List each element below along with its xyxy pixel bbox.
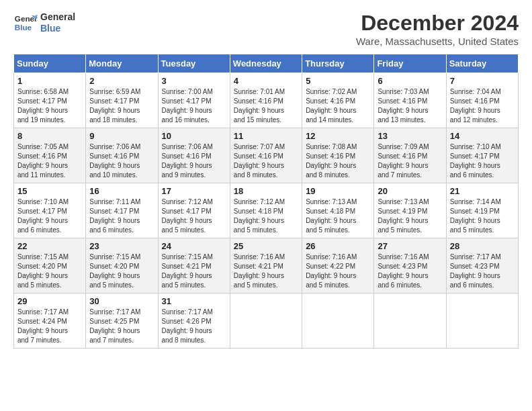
day-number: 27 xyxy=(378,241,442,251)
calendar-cell: 27Sunrise: 7:16 AM Sunset: 4:23 PM Dayli… xyxy=(374,238,446,293)
day-info: Sunrise: 7:16 AM Sunset: 4:23 PM Dayligh… xyxy=(378,253,442,290)
calendar-cell: 10Sunrise: 7:06 AM Sunset: 4:16 PM Dayli… xyxy=(158,128,230,183)
day-number: 13 xyxy=(378,131,442,141)
day-info: Sunrise: 7:12 AM Sunset: 4:17 PM Dayligh… xyxy=(162,197,226,235)
day-info: Sunrise: 7:09 AM Sunset: 4:16 PM Dayligh… xyxy=(378,142,442,180)
calendar-cell: 12Sunrise: 7:08 AM Sunset: 4:16 PM Dayli… xyxy=(302,128,374,183)
calendar-cell: 22Sunrise: 7:15 AM Sunset: 4:20 PM Dayli… xyxy=(14,238,86,293)
day-number: 28 xyxy=(450,241,515,251)
page-header: General Blue General Blue December 2024 … xyxy=(13,11,519,47)
day-number: 6 xyxy=(378,76,442,86)
day-number: 14 xyxy=(450,131,515,141)
calendar-cell: 24Sunrise: 7:15 AM Sunset: 4:21 PM Dayli… xyxy=(158,238,230,293)
day-number: 7 xyxy=(450,76,515,86)
day-info: Sunrise: 7:08 AM Sunset: 4:16 PM Dayligh… xyxy=(306,142,370,180)
calendar-cell: 21Sunrise: 7:14 AM Sunset: 4:19 PM Dayli… xyxy=(446,183,518,238)
calendar-cell: 11Sunrise: 7:07 AM Sunset: 4:16 PM Dayli… xyxy=(230,128,302,183)
calendar-cell: 9Sunrise: 7:06 AM Sunset: 4:16 PM Daylig… xyxy=(86,128,158,183)
calendar-week-row: 15Sunrise: 7:10 AM Sunset: 4:17 PM Dayli… xyxy=(14,183,519,238)
day-info: Sunrise: 7:07 AM Sunset: 4:16 PM Dayligh… xyxy=(234,142,298,180)
calendar-cell: 13Sunrise: 7:09 AM Sunset: 4:16 PM Dayli… xyxy=(374,128,446,183)
calendar-cell: 25Sunrise: 7:16 AM Sunset: 4:21 PM Dayli… xyxy=(230,238,302,293)
calendar-table: SundayMondayTuesdayWednesdayThursdayFrid… xyxy=(13,54,519,349)
logo-icon: General Blue xyxy=(13,11,38,35)
day-number: 17 xyxy=(162,186,226,196)
calendar-cell: 3Sunrise: 7:00 AM Sunset: 4:17 PM Daylig… xyxy=(158,73,230,128)
day-number: 23 xyxy=(89,241,154,251)
main-title: December 2024 xyxy=(356,11,519,36)
day-number: 18 xyxy=(234,186,298,196)
day-number: 2 xyxy=(89,76,154,86)
calendar-cell: 2Sunrise: 6:59 AM Sunset: 4:17 PM Daylig… xyxy=(86,73,158,128)
calendar-cell: 18Sunrise: 7:12 AM Sunset: 4:18 PM Dayli… xyxy=(230,183,302,238)
day-info: Sunrise: 7:06 AM Sunset: 4:16 PM Dayligh… xyxy=(89,142,154,180)
day-info: Sunrise: 7:11 AM Sunset: 4:17 PM Dayligh… xyxy=(89,197,154,235)
calendar-cell xyxy=(374,293,446,349)
day-number: 25 xyxy=(234,241,298,251)
calendar-week-row: 1Sunrise: 6:58 AM Sunset: 4:17 PM Daylig… xyxy=(14,73,519,128)
day-number: 31 xyxy=(162,296,226,306)
day-number: 4 xyxy=(234,76,298,86)
calendar-header-row: SundayMondayTuesdayWednesdayThursdayFrid… xyxy=(14,54,519,73)
calendar-cell: 26Sunrise: 7:16 AM Sunset: 4:22 PM Dayli… xyxy=(302,238,374,293)
day-number: 26 xyxy=(306,241,370,251)
day-info: Sunrise: 7:17 AM Sunset: 4:23 PM Dayligh… xyxy=(450,253,515,290)
day-info: Sunrise: 7:02 AM Sunset: 4:16 PM Dayligh… xyxy=(306,87,370,125)
weekday-header: Saturday xyxy=(446,54,518,73)
day-number: 29 xyxy=(17,296,82,306)
calendar-cell xyxy=(230,293,302,349)
logo-text: General Blue xyxy=(40,11,75,34)
calendar-cell: 23Sunrise: 7:15 AM Sunset: 4:20 PM Dayli… xyxy=(86,238,158,293)
day-info: Sunrise: 6:58 AM Sunset: 4:17 PM Dayligh… xyxy=(17,87,82,125)
day-info: Sunrise: 7:10 AM Sunset: 4:17 PM Dayligh… xyxy=(450,142,515,180)
calendar-week-row: 8Sunrise: 7:05 AM Sunset: 4:16 PM Daylig… xyxy=(14,128,519,183)
day-info: Sunrise: 7:03 AM Sunset: 4:16 PM Dayligh… xyxy=(378,87,442,125)
day-info: Sunrise: 7:17 AM Sunset: 4:24 PM Dayligh… xyxy=(17,308,82,345)
day-number: 15 xyxy=(17,186,82,196)
day-number: 3 xyxy=(162,76,226,86)
day-info: Sunrise: 7:17 AM Sunset: 4:25 PM Dayligh… xyxy=(89,308,154,345)
weekday-header: Wednesday xyxy=(230,54,302,73)
day-number: 10 xyxy=(162,131,226,141)
calendar-week-row: 29Sunrise: 7:17 AM Sunset: 4:24 PM Dayli… xyxy=(14,293,519,349)
day-number: 8 xyxy=(17,131,82,141)
day-number: 21 xyxy=(450,186,515,196)
day-number: 30 xyxy=(89,296,154,306)
weekday-header: Sunday xyxy=(14,54,86,73)
calendar-cell: 7Sunrise: 7:04 AM Sunset: 4:16 PM Daylig… xyxy=(446,73,518,128)
calendar-cell: 1Sunrise: 6:58 AM Sunset: 4:17 PM Daylig… xyxy=(14,73,86,128)
day-info: Sunrise: 7:10 AM Sunset: 4:17 PM Dayligh… xyxy=(17,197,82,235)
day-info: Sunrise: 7:12 AM Sunset: 4:18 PM Dayligh… xyxy=(234,197,298,235)
weekday-header: Tuesday xyxy=(158,54,230,73)
day-number: 24 xyxy=(162,241,226,251)
calendar-cell: 29Sunrise: 7:17 AM Sunset: 4:24 PM Dayli… xyxy=(14,293,86,349)
calendar-cell: 20Sunrise: 7:13 AM Sunset: 4:19 PM Dayli… xyxy=(374,183,446,238)
calendar-cell: 30Sunrise: 7:17 AM Sunset: 4:25 PM Dayli… xyxy=(86,293,158,349)
day-info: Sunrise: 7:16 AM Sunset: 4:22 PM Dayligh… xyxy=(306,253,370,290)
calendar-cell: 17Sunrise: 7:12 AM Sunset: 4:17 PM Dayli… xyxy=(158,183,230,238)
day-number: 5 xyxy=(306,76,370,86)
calendar-cell: 19Sunrise: 7:13 AM Sunset: 4:18 PM Dayli… xyxy=(302,183,374,238)
day-info: Sunrise: 7:04 AM Sunset: 4:16 PM Dayligh… xyxy=(450,87,515,125)
day-info: Sunrise: 7:16 AM Sunset: 4:21 PM Dayligh… xyxy=(234,253,298,290)
title-block: December 2024 Ware, Massachusetts, Unite… xyxy=(356,11,519,47)
day-info: Sunrise: 7:15 AM Sunset: 4:20 PM Dayligh… xyxy=(89,253,154,290)
day-number: 22 xyxy=(17,241,82,251)
calendar-cell: 28Sunrise: 7:17 AM Sunset: 4:23 PM Dayli… xyxy=(446,238,518,293)
day-info: Sunrise: 7:05 AM Sunset: 4:16 PM Dayligh… xyxy=(17,142,82,180)
svg-text:Blue: Blue xyxy=(15,23,32,32)
day-number: 11 xyxy=(234,131,298,141)
calendar-cell xyxy=(446,293,518,349)
calendar-week-row: 22Sunrise: 7:15 AM Sunset: 4:20 PM Dayli… xyxy=(14,238,519,293)
calendar-cell: 5Sunrise: 7:02 AM Sunset: 4:16 PM Daylig… xyxy=(302,73,374,128)
day-number: 12 xyxy=(306,131,370,141)
day-number: 20 xyxy=(378,186,442,196)
day-info: Sunrise: 7:17 AM Sunset: 4:26 PM Dayligh… xyxy=(162,308,226,345)
calendar-cell: 15Sunrise: 7:10 AM Sunset: 4:17 PM Dayli… xyxy=(14,183,86,238)
weekday-header: Friday xyxy=(374,54,446,73)
day-info: Sunrise: 7:00 AM Sunset: 4:17 PM Dayligh… xyxy=(162,87,226,125)
calendar-cell: 31Sunrise: 7:17 AM Sunset: 4:26 PM Dayli… xyxy=(158,293,230,349)
calendar-cell: 8Sunrise: 7:05 AM Sunset: 4:16 PM Daylig… xyxy=(14,128,86,183)
day-info: Sunrise: 6:59 AM Sunset: 4:17 PM Dayligh… xyxy=(89,87,154,125)
calendar-cell: 6Sunrise: 7:03 AM Sunset: 4:16 PM Daylig… xyxy=(374,73,446,128)
